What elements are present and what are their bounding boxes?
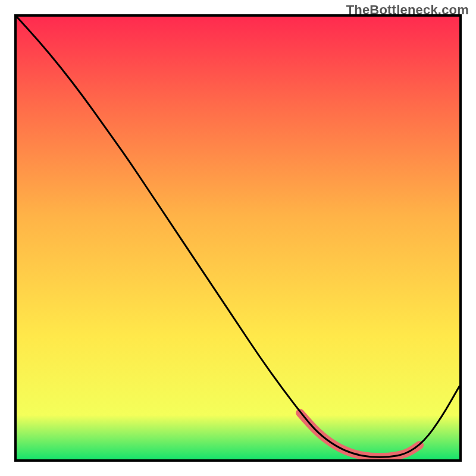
chart-svg bbox=[17, 17, 459, 459]
gradient-background bbox=[17, 17, 459, 459]
chart-container: TheBottleneck.com bbox=[0, 0, 476, 476]
plot-area bbox=[14, 14, 462, 462]
